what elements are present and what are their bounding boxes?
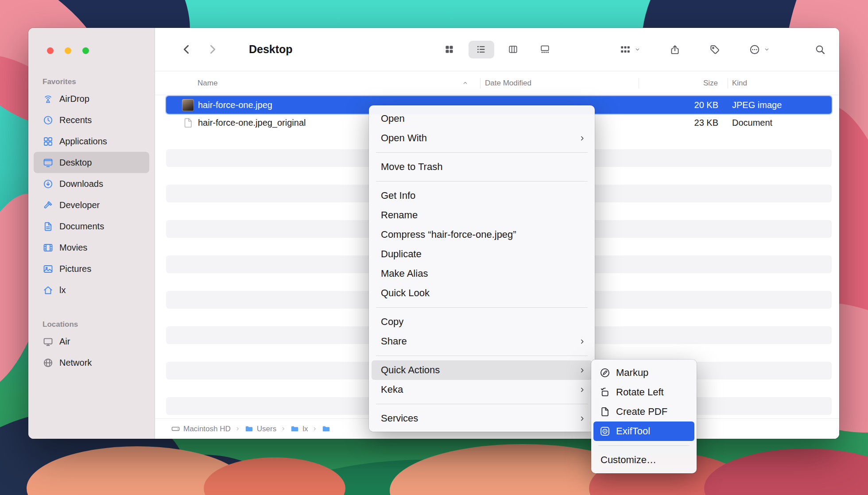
submenu-item-exiftool[interactable]: ExifTool xyxy=(593,422,694,441)
sidebar-item-downloads[interactable]: Downloads xyxy=(34,173,149,194)
menu-item-label: Share xyxy=(381,336,407,347)
sidebar-item-developer[interactable]: Developer xyxy=(34,194,149,216)
file-name: hair-force-one.jpeg_original xyxy=(198,118,306,128)
path-chevron-icon xyxy=(312,426,318,432)
menu-item-open-with[interactable]: Open With xyxy=(372,128,592,148)
applications-icon xyxy=(43,136,54,147)
menu-separator xyxy=(376,356,588,356)
sort-ascending-icon xyxy=(462,80,469,86)
search-icon xyxy=(814,44,826,55)
menu-item-make-alias[interactable]: Make Alias xyxy=(372,264,592,283)
column-header-date-modified[interactable]: Date Modified xyxy=(480,71,639,95)
menu-item-compress-hair-force-one-jpeg[interactable]: Compress “hair-force-one.jpeg” xyxy=(372,225,592,244)
create-pdf-icon xyxy=(599,406,611,418)
icon-view-button[interactable] xyxy=(437,41,462,58)
sidebar-item-label: lx xyxy=(59,285,66,295)
back-button[interactable] xyxy=(179,41,194,58)
air-icon xyxy=(43,336,54,347)
path-item-users[interactable]: Users xyxy=(244,424,276,433)
sidebar-item-airdrop[interactable]: AirDrop xyxy=(34,88,149,109)
path-item-lx[interactable]: lx xyxy=(290,424,308,433)
forward-button[interactable] xyxy=(205,41,220,58)
column-view-button[interactable] xyxy=(500,41,526,58)
sidebar-item-label: Developer xyxy=(59,200,100,210)
search-button[interactable] xyxy=(814,44,826,55)
column-header-name[interactable]: Name xyxy=(155,71,480,95)
zoom-button[interactable] xyxy=(82,47,89,54)
sidebar-item-recents[interactable]: Recents xyxy=(34,109,149,131)
sidebar-item-lx[interactable]: lx xyxy=(34,279,149,301)
quick-actions-submenu: MarkupRotate LeftCreate PDFExifToolCusto… xyxy=(591,360,697,473)
column-header-kind[interactable]: Kind xyxy=(728,71,839,95)
menu-separator xyxy=(376,404,588,404)
submenu-item-label: Markup xyxy=(616,367,648,379)
sidebar-item-desktop[interactable]: Desktop xyxy=(34,152,149,173)
pictures-icon xyxy=(43,263,54,275)
submenu-item-label: Create PDF xyxy=(616,406,667,418)
submenu-chevron-icon xyxy=(578,415,586,422)
submenu-item-create-pdf[interactable]: Create PDF xyxy=(593,402,694,422)
sidebar-item-air[interactable]: Air xyxy=(34,331,149,352)
menu-item-label: Copy xyxy=(381,316,403,328)
sidebar-item-label: Downloads xyxy=(59,179,103,189)
menu-item-quick-look[interactable]: Quick Look xyxy=(372,283,592,303)
sidebar-item-applications[interactable]: Applications xyxy=(34,131,149,152)
column-header-label: Kind xyxy=(732,79,747,88)
path-item-macintosh-hd[interactable]: Macintosh HD xyxy=(171,424,231,433)
path-item-label: Macintosh HD xyxy=(183,425,231,433)
path-chevron-icon xyxy=(235,426,240,432)
recents-icon xyxy=(43,115,54,126)
traffic-lights xyxy=(47,47,89,54)
list-view-button[interactable] xyxy=(469,41,494,58)
file-size: 20 KB xyxy=(639,100,728,110)
more-button[interactable] xyxy=(749,44,770,55)
path-chevron-icon xyxy=(280,426,286,432)
menu-item-duplicate[interactable]: Duplicate xyxy=(372,244,592,264)
downloads-icon xyxy=(43,178,54,189)
submenu-item-label: Rotate Left xyxy=(616,387,664,398)
column-header-label: Size xyxy=(703,79,718,88)
submenu-item-rotate-left[interactable]: Rotate Left xyxy=(593,383,694,402)
menu-item-move-to-trash[interactable]: Move to Trash xyxy=(372,157,592,177)
submenu-item-customize[interactable]: Customize… xyxy=(593,450,694,470)
group-icon xyxy=(620,44,631,55)
sidebar-item-label: Network xyxy=(59,358,92,368)
grid-view-icon xyxy=(444,44,454,54)
menu-item-copy[interactable]: Copy xyxy=(372,312,592,332)
sidebar-item-label: Movies xyxy=(59,243,87,253)
rotate-left-icon xyxy=(599,387,611,398)
gallery-view-button[interactable] xyxy=(532,41,558,58)
sidebar: FavoritesAirDropRecentsApplicationsDeskt… xyxy=(28,28,155,439)
menu-item-share[interactable]: Share xyxy=(372,332,592,351)
sidebar-item-label: Air xyxy=(59,336,70,347)
close-button[interactable] xyxy=(47,47,54,54)
submenu-item-label: Customize… xyxy=(601,454,656,466)
toolbar-actions xyxy=(620,44,839,55)
menu-item-label: Open With xyxy=(381,132,427,144)
sidebar-item-documents[interactable]: Documents xyxy=(34,216,149,237)
column-header-size[interactable]: Size xyxy=(639,71,728,95)
sidebar-item-network[interactable]: Network xyxy=(34,352,149,373)
menu-item-keka[interactable]: Keka xyxy=(372,380,592,399)
share-button[interactable] xyxy=(669,44,681,55)
file-kind: JPEG image xyxy=(728,100,832,110)
menu-item-get-info[interactable]: Get Info xyxy=(372,186,592,205)
sidebar-item-label: Recents xyxy=(59,115,92,125)
minimize-button[interactable] xyxy=(65,47,71,54)
path-item-item[interactable] xyxy=(322,424,331,433)
sidebar-item-label: Desktop xyxy=(59,158,92,168)
menu-item-quick-actions[interactable]: Quick Actions xyxy=(372,360,592,380)
submenu-chevron-icon xyxy=(578,367,586,374)
menu-item-label: Open xyxy=(381,113,405,124)
file-size: 23 KB xyxy=(639,118,728,128)
group-button[interactable] xyxy=(620,44,641,55)
tags-button[interactable] xyxy=(709,44,721,55)
sidebar-item-movies[interactable]: Movies xyxy=(34,237,149,258)
menu-item-services[interactable]: Services xyxy=(372,409,592,428)
submenu-item-markup[interactable]: Markup xyxy=(593,363,694,383)
menu-item-label: Keka xyxy=(381,384,403,395)
menu-item-open[interactable]: Open xyxy=(372,109,592,128)
sidebar-item-pictures[interactable]: Pictures xyxy=(34,258,149,279)
network-icon xyxy=(43,357,54,368)
menu-item-rename[interactable]: Rename xyxy=(372,205,592,225)
